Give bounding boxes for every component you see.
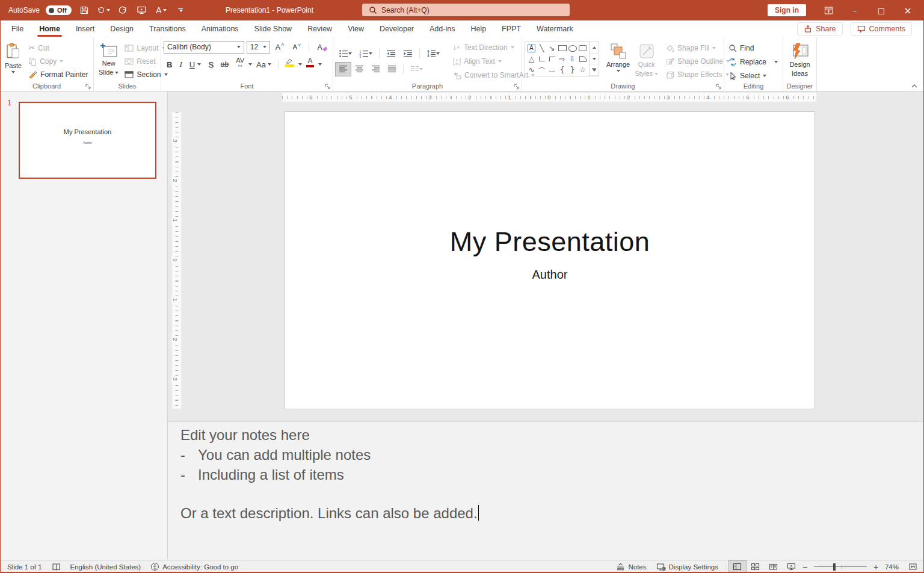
redo-button[interactable]: [116, 2, 129, 18]
tab-insert[interactable]: Insert: [68, 20, 102, 37]
font-color-button[interactable]: A: [303, 58, 317, 71]
shape-curve-icon[interactable]: [547, 64, 557, 75]
notes-paragraph[interactable]: Or a text description. Links can also be…: [180, 505, 479, 522]
decrease-indent-button[interactable]: [383, 47, 399, 60]
qat-font-button[interactable]: A: [155, 2, 168, 18]
maximize-button[interactable]: □: [869, 0, 894, 20]
format-painter-button[interactable]: Format Painter: [26, 69, 90, 81]
character-spacing-button[interactable]: AV↔: [233, 58, 247, 71]
font-dialog-launcher[interactable]: [325, 84, 330, 89]
close-button[interactable]: ×: [895, 0, 920, 20]
shape-oval-icon[interactable]: [567, 43, 578, 54]
shapes-scroll-up-button[interactable]: [590, 42, 599, 54]
notes-bullet-line[interactable]: -You can add multiple notes: [180, 447, 371, 463]
shape-arrow-icon[interactable]: ↘: [547, 43, 557, 54]
zoom-level[interactable]: 74%: [880, 563, 904, 571]
search-box[interactable]: Search (Alt+Q): [362, 4, 570, 16]
bullets-button[interactable]: [336, 47, 355, 60]
tab-watermark[interactable]: Watermark: [529, 20, 581, 37]
shape-rectangle-icon[interactable]: [557, 43, 567, 54]
slide-counter[interactable]: Slide 1 of 1: [2, 563, 47, 571]
zoom-out-button[interactable]: −: [801, 562, 809, 572]
columns-button[interactable]: [407, 63, 426, 76]
minimize-button[interactable]: –: [842, 0, 867, 20]
numbering-button[interactable]: 123: [356, 47, 375, 60]
slide-subtitle-text[interactable]: Author: [285, 268, 815, 282]
accessibility-button[interactable]: Accessibility: Good to go: [146, 562, 243, 571]
font-size-select[interactable]: 12: [247, 41, 270, 54]
cut-button[interactable]: ✂Cut: [26, 42, 90, 54]
tab-transitions[interactable]: Transitions: [141, 20, 194, 37]
align-left-button[interactable]: [336, 63, 351, 76]
align-center-button[interactable]: [352, 63, 367, 76]
slide-thumbnail[interactable]: My Presentation Author: [19, 102, 156, 179]
notes-toggle-button[interactable]: Notes: [611, 563, 651, 571]
quick-styles-button[interactable]: Quick Styles: [632, 42, 661, 81]
arrange-button[interactable]: Arrange: [604, 42, 632, 81]
vertical-ruler[interactable]: 3210123: [172, 112, 181, 409]
slide-sorter-view-button[interactable]: [747, 561, 765, 573]
sign-in-button[interactable]: Sign in: [768, 4, 806, 16]
shape-down-arrow-icon[interactable]: ⇩: [567, 54, 578, 64]
fit-slide-to-window-button[interactable]: [904, 561, 922, 573]
bold-button[interactable]: B: [164, 58, 175, 71]
shape-star-icon[interactable]: ☆: [578, 64, 588, 75]
shape-elbow-arrow-icon[interactable]: [547, 54, 557, 64]
shape-effects-button[interactable]: Shape Effects: [664, 69, 732, 81]
tab-add-ins[interactable]: Add-ins: [422, 20, 463, 37]
tab-slide-show[interactable]: Slide Show: [247, 20, 300, 37]
undo-button[interactable]: [97, 2, 110, 18]
tab-file[interactable]: File: [4, 20, 31, 37]
tab-developer[interactable]: Developer: [372, 20, 422, 37]
collapse-ribbon-button[interactable]: [911, 84, 918, 88]
drawing-dialog-launcher[interactable]: [716, 84, 721, 89]
clipboard-dialog-launcher[interactable]: [85, 84, 91, 89]
grow-font-button[interactable]: A˄: [273, 40, 288, 54]
spell-check-button[interactable]: [47, 563, 66, 571]
select-button[interactable]: Select: [727, 69, 780, 82]
find-button[interactable]: Find: [727, 42, 780, 55]
comments-button[interactable]: Comments: [851, 22, 912, 36]
shrink-font-button[interactable]: A˅: [289, 40, 304, 54]
shape-outline-button[interactable]: Shape Outline: [664, 55, 732, 67]
display-settings-button[interactable]: Display Settings: [651, 563, 723, 571]
highlight-color-button[interactable]: [282, 58, 297, 71]
reading-view-button[interactable]: [765, 561, 783, 573]
tab-help[interactable]: Help: [463, 20, 494, 37]
slide-show-view-button[interactable]: [783, 561, 801, 573]
shape-rounded-rectangle-icon[interactable]: [578, 43, 588, 54]
shape-fill-button[interactable]: Shape Fill: [664, 42, 732, 54]
slide-canvas[interactable]: My Presentation Author: [285, 112, 815, 409]
customize-qat-button[interactable]: [174, 2, 187, 18]
save-button[interactable]: [78, 2, 91, 18]
tab-animations[interactable]: Animations: [194, 20, 247, 37]
share-button[interactable]: Share: [797, 22, 842, 36]
tab-fppt[interactable]: FPPT: [494, 20, 529, 37]
copy-button[interactable]: Copy: [26, 55, 90, 67]
new-slide-button[interactable]: New Slide: [96, 42, 121, 81]
paste-button[interactable]: Paste: [2, 42, 24, 81]
ribbon-display-options-button[interactable]: [816, 0, 841, 20]
justify-button[interactable]: [384, 63, 399, 76]
tab-view[interactable]: View: [340, 20, 372, 37]
shape-right-brace-icon[interactable]: }: [567, 64, 578, 75]
shapes-more-button[interactable]: [590, 64, 599, 76]
zoom-slider[interactable]: [814, 566, 867, 567]
tab-home[interactable]: Home: [31, 20, 68, 37]
replace-button[interactable]: Replace: [727, 55, 780, 69]
shape-snip-corner-icon[interactable]: [578, 54, 588, 64]
shape-arc-icon[interactable]: [537, 64, 547, 75]
slide-title-text[interactable]: My Presentation: [285, 226, 815, 258]
font-name-select[interactable]: Calibri (Body): [164, 41, 244, 54]
strikethrough-button[interactable]: ab: [218, 58, 232, 71]
text-shadow-button[interactable]: S: [205, 58, 217, 71]
shape-right-arrow-icon[interactable]: ⇨: [557, 54, 567, 64]
shape-elbow-icon[interactable]: [537, 54, 547, 64]
tab-review[interactable]: Review: [300, 20, 340, 37]
italic-button[interactable]: I: [176, 58, 185, 71]
shape-line-icon[interactable]: ╲: [537, 43, 547, 54]
notes-heading[interactable]: Edit your notes here: [180, 427, 310, 444]
normal-view-button[interactable]: [728, 561, 747, 573]
increase-indent-button[interactable]: [400, 47, 416, 60]
clear-formatting-button[interactable]: A: [314, 40, 330, 54]
